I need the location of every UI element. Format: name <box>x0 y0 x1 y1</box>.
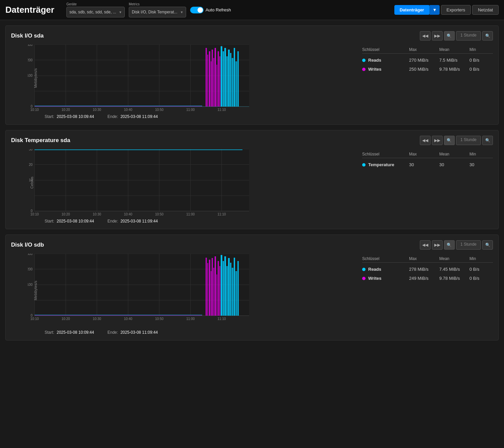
metrics-group: Metrics Disk I/O, Disk Temperat... ▼ <box>129 2 186 17</box>
legend-col-max-temp-sda: Max <box>409 152 439 156</box>
page-title: Datenträger <box>5 5 54 15</box>
reads-mean-sdb: 7.45 MiB/s <box>439 267 469 272</box>
geraete-label: Geräte <box>66 2 125 6</box>
auto-refresh-toggle-row: Auto Refresh <box>190 7 231 13</box>
svg-rect-42 <box>234 48 235 107</box>
chart-svg-area-sdb: Mebibytes/s <box>28 254 357 327</box>
svg-rect-114 <box>235 271 237 316</box>
zoom-in-button-temp-sda[interactable]: 🔍 <box>444 136 455 145</box>
legend-col-max-sdb: Max <box>409 256 439 261</box>
svg-text:10:40: 10:40 <box>124 212 132 216</box>
writes-dot-sdb <box>362 277 366 280</box>
datentraeger-button[interactable]: Datenträger <box>394 5 430 15</box>
writes-mean-sdb: 9.78 MiB/s <box>439 276 469 281</box>
svg-rect-113 <box>234 258 235 316</box>
svg-rect-35 <box>221 46 222 107</box>
svg-rect-28 <box>211 61 212 107</box>
svg-text:10:10: 10:10 <box>30 108 39 112</box>
main-content: Disk I/O sda ◀◀ ▶▶ 🔍 1 Stunde 🔍 Mebibyte… <box>0 20 504 346</box>
legend-table-sdb: Schlüssel Max Mean Min Reads 278 MiB/s 7… <box>362 254 493 335</box>
auto-refresh-toggle[interactable] <box>190 7 204 13</box>
datentraeger-dropdown-button[interactable]: ▼ <box>430 5 440 15</box>
svg-text:10:30: 10:30 <box>93 108 101 112</box>
forward-button-temp-sda[interactable]: ▶▶ <box>432 136 443 145</box>
chart-svg-temp-sda: 30 20 10 0 10:10 10:20 10:30 10:40 10:50… <box>28 149 249 216</box>
svg-text:20: 20 <box>29 163 33 167</box>
svg-text:11:10: 11:10 <box>217 108 226 112</box>
svg-rect-109 <box>226 266 228 316</box>
chart-svg-sda: 300 200 100 0 10:10 10:20 10:30 10:40 10… <box>28 45 249 112</box>
svg-rect-112 <box>232 268 233 316</box>
legend-col-mean-temp-sda: Mean <box>439 152 469 156</box>
svg-rect-107 <box>223 261 224 316</box>
header-controls: Geräte sda, sdb, sdc, sdd, sde, ... ▼ Me… <box>66 2 499 17</box>
rewind-button-temp-sda[interactable]: ◀◀ <box>420 136 431 145</box>
metrics-select[interactable]: Disk I/O, Disk Temperat... <box>129 7 186 17</box>
panel-header-disk-temp-sda: Disk Temperature sda ◀◀ ▶▶ 🔍 1 Stunde 🔍 <box>11 136 493 145</box>
reads-max-sda: 270 MiB/s <box>409 58 439 63</box>
rewind-button-sdb[interactable]: ◀◀ <box>420 240 431 250</box>
reads-dot-sdb <box>362 268 366 271</box>
legend-col-key-temp-sda: Schlüssel <box>362 152 409 156</box>
svg-rect-96 <box>206 258 207 316</box>
svg-text:10:20: 10:20 <box>61 108 70 112</box>
nav-buttons: Datenträger ▼ Exporters Netzdat <box>394 5 499 15</box>
panel-disk-io-sdb: Disk I/O sdb ◀◀ ▶▶ 🔍 1 Stunde 🔍 Mebibyte… <box>5 235 499 340</box>
metrics-dropdown-wrapper: Disk I/O, Disk Temperat... ▼ <box>129 7 186 17</box>
svg-rect-102 <box>215 256 216 316</box>
start-time-sdb: Start: 2025-03-08 10:09:44 <box>45 330 94 335</box>
svg-rect-108 <box>224 256 226 316</box>
svg-rect-40 <box>230 53 231 107</box>
rewind-button-sda[interactable]: ◀◀ <box>420 31 431 41</box>
writes-label-sdb: Writes <box>368 276 382 281</box>
chart-container-temp-sda: Celsius <box>11 149 493 223</box>
svg-text:100: 100 <box>28 74 33 77</box>
geraete-select[interactable]: sda, sdb, sdc, sdd, sde, ... <box>66 7 125 17</box>
writes-max-sda: 250 MiB/s <box>409 67 439 72</box>
reads-mean-sda: 7.5 MiB/s <box>439 58 469 63</box>
zoom-out-button-sdb[interactable]: 🔍 <box>482 240 493 250</box>
svg-rect-43 <box>235 61 237 107</box>
svg-text:10:10: 10:10 <box>30 212 39 216</box>
legend-col-max-sda: Max <box>409 47 439 52</box>
svg-text:200: 200 <box>28 58 33 62</box>
legend-col-min-temp-sda: Min <box>469 152 493 156</box>
time-range-sdb: 1 Stunde <box>456 240 481 250</box>
temp-mean-sda: 30 <box>439 162 469 167</box>
start-time-temp-sda: Start: 2025-03-08 10:09:44 <box>45 219 94 223</box>
netzdat-button[interactable]: Netzdat <box>472 5 499 15</box>
legend-col-key-sdb: Schlüssel <box>362 256 409 261</box>
reads-label-sda: Reads <box>368 58 381 63</box>
forward-button-sdb[interactable]: ▶▶ <box>432 240 443 250</box>
legend-col-min-sda: Min <box>469 47 493 52</box>
legend-row-writes-sdb: Writes 249 MiB/s 9.78 MiB/s 0 B/s <box>362 274 493 283</box>
svg-text:200: 200 <box>28 267 33 271</box>
svg-text:10:30: 10:30 <box>93 317 101 321</box>
header: Datenträger Geräte sda, sdb, sdc, sdd, s… <box>0 0 504 20</box>
zoom-out-button-sda[interactable]: 🔍 <box>482 31 493 41</box>
time-range-temp-sda: 1 Stunde <box>456 136 481 145</box>
panel-controls-disk-temp-sda: ◀◀ ▶▶ 🔍 1 Stunde 🔍 <box>420 136 493 145</box>
svg-rect-44 <box>237 51 239 107</box>
zoom-out-button-temp-sda[interactable]: 🔍 <box>482 136 493 145</box>
svg-text:10:50: 10:50 <box>155 108 163 112</box>
exporters-button[interactable]: Exporters <box>441 5 471 15</box>
forward-button-sda[interactable]: ▶▶ <box>432 31 443 41</box>
svg-text:10:30: 10:30 <box>93 212 101 216</box>
svg-rect-104 <box>218 261 219 316</box>
y-axis-label-sdb: Mebibytes/s <box>34 281 38 301</box>
time-range-sda: 1 Stunde <box>456 31 481 41</box>
legend-key-reads-sdb: Reads <box>362 267 409 272</box>
chart-svg-sdb: 300 200 100 0 10:10 10:20 10:30 10:40 10… <box>28 254 249 327</box>
datentraeger-btn-group: Datenträger ▼ <box>394 5 440 15</box>
writes-min-sda: 0 B/s <box>469 67 493 72</box>
zoom-in-button-sda[interactable]: 🔍 <box>444 31 455 41</box>
y-axis-label-temp-sda: Celsius <box>30 177 34 189</box>
zoom-in-button-sdb[interactable]: 🔍 <box>444 240 455 250</box>
svg-rect-101 <box>213 268 214 316</box>
chart-inner-sda: Mebibytes/s <box>28 45 357 119</box>
svg-text:11:10: 11:10 <box>217 212 226 216</box>
writes-label-sda: Writes <box>368 67 382 72</box>
svg-rect-111 <box>230 263 231 316</box>
svg-rect-105 <box>219 266 220 316</box>
